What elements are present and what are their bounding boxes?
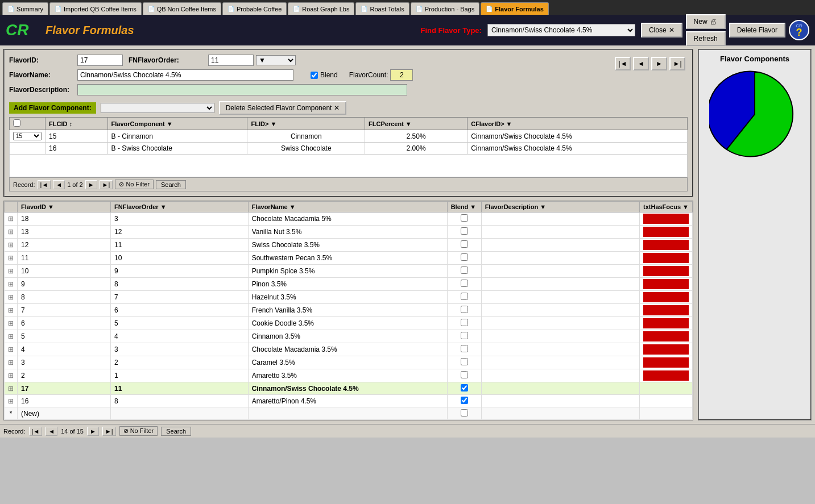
find-flavor-select[interactable]: Cinnamon/Swiss Chocolate 4.5%	[487, 24, 635, 36]
bottom-search-btn[interactable]: Search	[161, 427, 191, 436]
flavorid-input[interactable]	[77, 55, 123, 66]
fnflavororder-input[interactable]	[208, 55, 254, 66]
refresh-button[interactable]: Refresh	[686, 31, 726, 46]
bottom-last-btn[interactable]: ►|	[102, 427, 116, 436]
flavorname-input[interactable]	[77, 69, 293, 81]
tab-probable-coffee[interactable]: 📄 Probable Coffee	[222, 2, 287, 15]
th-flcid[interactable]: FLCID ↕	[45, 118, 108, 130]
expand-cell[interactable]: ⊞	[5, 395, 18, 407]
cell-blend[interactable]	[447, 304, 481, 317]
tab-qb-non-coffee[interactable]: 📄 QB Non Coffee Items	[143, 2, 221, 15]
new-button[interactable]: New 🖨	[686, 14, 726, 29]
no-filter-btn[interactable]: ⊘ No Filter	[115, 180, 154, 189]
cell-blend[interactable]	[447, 239, 481, 252]
component-flavorcomponent2: B - Swiss Chocolate	[107, 143, 247, 155]
flavordesc-input[interactable]	[77, 84, 407, 95]
bottom-prev-btn[interactable]: ◄	[45, 427, 57, 436]
blend-checkbox[interactable]	[311, 72, 318, 79]
search-btn[interactable]: Search	[156, 180, 186, 189]
rec-prev-btn[interactable]: ◄	[53, 180, 65, 189]
cell-blend[interactable]	[447, 265, 481, 278]
expand-cell[interactable]: ⊞	[5, 213, 18, 226]
rec-next-btn[interactable]: ►	[85, 180, 97, 189]
expand-cell[interactable]: ⊞	[5, 252, 18, 265]
cell-blend[interactable]	[447, 395, 481, 407]
delete-component-button[interactable]: Delete Selected Flavor Component ✕	[219, 101, 347, 115]
data-table: FlavorID ▼ FNFlavorOrder ▼ FlavorName ▼ …	[4, 201, 693, 420]
cell-blend[interactable]	[447, 291, 481, 304]
blend-wrap: Blend	[311, 71, 338, 79]
tab-production-bags[interactable]: 📄 Production - Bags	[411, 2, 479, 15]
select-all-checkbox[interactable]	[13, 119, 20, 127]
tab-roast-totals[interactable]: 📄 Roast Totals	[355, 2, 409, 15]
bottom-next-btn[interactable]: ►	[87, 427, 99, 436]
th-cflavorid[interactable]: CFlavorID> ▼	[468, 118, 688, 130]
expand-cell[interactable]: ⊞	[5, 343, 18, 356]
th-dt-flavordescription[interactable]: FlavorDescription ▼	[481, 202, 639, 213]
cell-blend[interactable]	[447, 317, 481, 330]
cell-blend[interactable]	[447, 226, 481, 239]
th-dt-fnflavororder[interactable]: FNFlavorOrder ▼	[110, 202, 248, 213]
expand-cell[interactable]: ⊞	[5, 356, 18, 369]
cell-blend[interactable]	[447, 278, 481, 291]
component-flid2: Swiss Chocolate	[247, 143, 365, 155]
th-dt-blend[interactable]: Blend ▼	[447, 202, 481, 213]
expand-cell[interactable]: ⊞	[5, 317, 18, 330]
expand-cell[interactable]: ⊞	[5, 226, 18, 239]
cell-flavorname: Amaretto/Pinon 4.5%	[248, 395, 447, 407]
expand-cell[interactable]: ⊞	[5, 291, 18, 304]
cell-blend[interactable]	[447, 369, 481, 382]
expand-cell[interactable]: ⊞	[5, 382, 18, 395]
cell-flavorid: 7	[18, 304, 111, 317]
cell-flavorname: Cookie Doodle 3.5%	[248, 317, 447, 330]
tab-flavor-formulas[interactable]: 📄 Flavor Formulas	[481, 2, 549, 15]
fnflavororder-select[interactable]: ▼	[256, 55, 296, 65]
cell-flavorid: 4	[18, 343, 111, 356]
table-row-current: ⊞ 17 11 Cinnamon/Swiss Chocolate 4.5%	[5, 382, 693, 395]
expand-cell[interactable]: ⊞	[5, 330, 18, 343]
tab-summary[interactable]: 📄 Summary	[2, 2, 48, 15]
flavorcount-input[interactable]	[390, 69, 413, 81]
add-component-select[interactable]	[101, 103, 214, 113]
th-dt-txthasfocus[interactable]: txtHasFocus ▼	[640, 202, 693, 213]
tab-icon-roast-totals: 📄	[361, 6, 367, 12]
cell-blend[interactable]	[447, 382, 481, 395]
expand-cell[interactable]: ⊞	[5, 265, 18, 278]
expand-cell[interactable]: ⊞	[5, 304, 18, 317]
th-flid[interactable]: FLID> ▼	[247, 118, 365, 130]
expand-cell[interactable]: ⊞	[5, 278, 18, 291]
nav-first-button[interactable]: |◄	[615, 57, 631, 70]
tab-roast-graph[interactable]: 📄 Roast Graph Lbs	[288, 2, 354, 15]
cell-blend[interactable]	[447, 330, 481, 343]
help-button[interactable]: CR ?	[789, 20, 809, 40]
rec-first-btn[interactable]: |◄	[38, 180, 51, 189]
cell-new-blend[interactable]	[447, 407, 481, 420]
cell-blend[interactable]	[447, 343, 481, 356]
cell-blend[interactable]	[447, 252, 481, 265]
cell-blend[interactable]	[447, 213, 481, 226]
expand-cell[interactable]: ⊞	[5, 239, 18, 252]
expand-cell[interactable]: ⊞	[5, 369, 18, 382]
bottom-first-btn[interactable]: |◄	[29, 427, 43, 436]
th-dt-flavorid[interactable]: FlavorID ▼	[18, 202, 111, 213]
th-flavorcomponent[interactable]: FlavorComponent ▼	[107, 118, 247, 130]
cell-flavordesc	[481, 252, 639, 265]
tab-imported-qb[interactable]: 📄 Imported QB Coffee Items	[49, 2, 142, 15]
cell-blend[interactable]	[447, 356, 481, 369]
header-bar: CR Flavor Formulas Find Flavor Type: Cin…	[0, 15, 815, 45]
rec-last-btn[interactable]: ►|	[100, 180, 113, 189]
nav-last-button[interactable]: ►|	[669, 57, 685, 70]
th-dt-flavorname[interactable]: FlavorName ▼	[248, 202, 447, 213]
component-flcid-select[interactable]: 15	[13, 132, 42, 140]
th-flcpercent[interactable]: FLCPercent ▼	[365, 118, 468, 130]
delete-flavor-button[interactable]: Delete Flavor	[729, 23, 785, 38]
nav-next-button[interactable]: ►	[651, 57, 667, 70]
cell-txthasfocus	[640, 291, 693, 304]
nav-prev-button[interactable]: ◄	[633, 57, 649, 70]
component-expand[interactable]: 15	[10, 130, 45, 143]
close-button[interactable]: Close ✕	[641, 23, 682, 38]
bottom-filter-icon: ⊘	[123, 427, 129, 434]
cell-flavordesc	[481, 239, 639, 252]
bottom-no-filter-btn[interactable]: ⊘ No Filter	[119, 426, 158, 436]
cell-fnflavororder: 8	[110, 278, 248, 291]
